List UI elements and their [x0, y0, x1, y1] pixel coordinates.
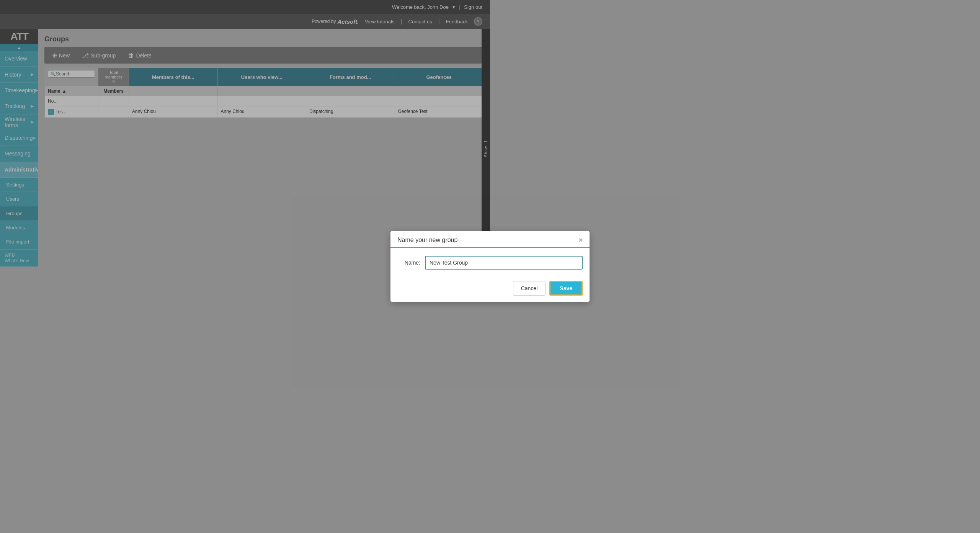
new-group-modal: Name your new group × Name: Cancel Save	[390, 231, 490, 266]
modal-header: Name your new group ×	[390, 231, 490, 248]
modal-form-row: Name:	[397, 256, 490, 266]
modal-name-label: Name:	[397, 260, 420, 266]
modal-overlay: Name your new group × Name: Cancel Save	[0, 0, 490, 266]
modal-name-input[interactable]	[425, 256, 490, 266]
modal-title: Name your new group	[397, 237, 457, 244]
modal-body: Name:	[390, 248, 490, 266]
